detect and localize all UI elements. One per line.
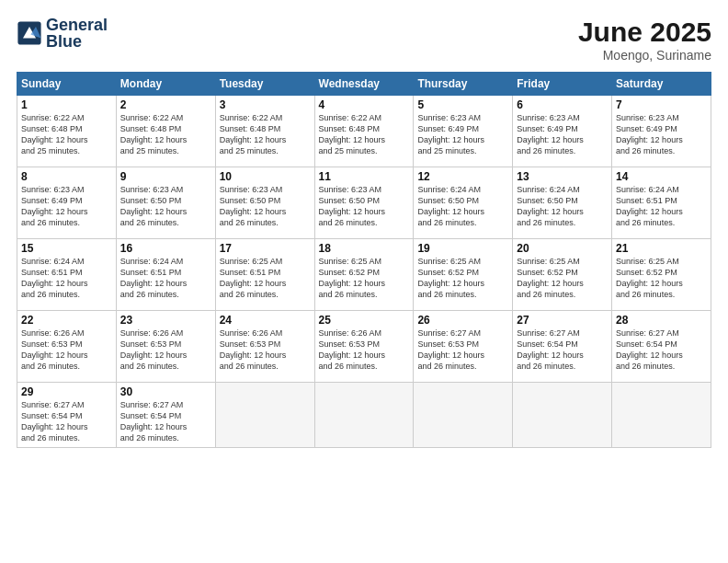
day-number: 27 [517,314,608,327]
day-number: 18 [319,242,410,255]
page: General Blue June 2025 Moengo, Suriname … [0,0,728,563]
day-number: 11 [319,170,410,183]
day-number: 15 [21,242,112,255]
day-number: 20 [517,242,608,255]
day-info: Sunrise: 6:27 AMSunset: 6:54 PMDaylight:… [616,327,707,373]
calendar: SundayMondayTuesdayWednesdayThursdayFrid… [17,72,711,448]
day-number: 22 [21,314,112,327]
logo-icon [17,20,42,46]
day-cell: 8Sunrise: 6:23 AMSunset: 6:49 PMDaylight… [17,167,117,239]
logo-line2: Blue [46,33,108,50]
day-number: 29 [21,385,112,398]
day-cell: 14Sunrise: 6:24 AMSunset: 6:51 PMDayligh… [612,167,711,239]
day-cell: 7Sunrise: 6:23 AMSunset: 6:49 PMDaylight… [612,96,711,167]
day-info: Sunrise: 6:27 AMSunset: 6:54 PMDaylight:… [517,327,608,373]
day-info: Sunrise: 6:27 AMSunset: 6:54 PMDaylight:… [120,399,211,444]
day-cell: 24Sunrise: 6:26 AMSunset: 6:53 PMDayligh… [215,311,314,383]
day-info: Sunrise: 6:24 AMSunset: 6:50 PMDaylight:… [417,184,508,229]
day-number: 4 [319,98,410,111]
day-number: 19 [417,242,508,255]
day-number: 28 [616,314,707,327]
month-title: June 2025 [578,17,711,48]
day-cell: 5Sunrise: 6:23 AMSunset: 6:49 PMDaylight… [414,96,513,167]
location: Moengo, Suriname [578,48,711,63]
day-info: Sunrise: 6:25 AMSunset: 6:52 PMDaylight:… [417,256,508,301]
day-number: 23 [120,314,211,327]
day-cell: 29Sunrise: 6:27 AMSunset: 6:54 PMDayligh… [17,383,117,448]
day-info: Sunrise: 6:27 AMSunset: 6:53 PMDaylight:… [417,327,508,373]
week-row-4: 22Sunrise: 6:26 AMSunset: 6:53 PMDayligh… [17,311,711,383]
day-number: 13 [517,170,608,183]
day-cell: 16Sunrise: 6:24 AMSunset: 6:51 PMDayligh… [116,239,215,311]
day-info: Sunrise: 6:25 AMSunset: 6:52 PMDaylight:… [616,256,707,301]
day-info: Sunrise: 6:22 AMSunset: 6:48 PMDaylight:… [220,112,311,157]
title-block: June 2025 Moengo, Suriname [578,17,711,63]
day-info: Sunrise: 6:25 AMSunset: 6:52 PMDaylight:… [517,256,608,301]
day-cell: 10Sunrise: 6:23 AMSunset: 6:50 PMDayligh… [215,167,314,239]
day-cell: 1Sunrise: 6:22 AMSunset: 6:48 PMDaylight… [17,96,117,167]
day-number: 17 [220,242,311,255]
day-number: 6 [517,98,608,111]
day-cell: 25Sunrise: 6:26 AMSunset: 6:53 PMDayligh… [314,311,414,383]
logo: General Blue [17,17,108,50]
header: General Blue June 2025 Moengo, Suriname [17,17,711,63]
week-row-2: 8Sunrise: 6:23 AMSunset: 6:49 PMDaylight… [17,167,711,239]
day-cell [414,383,513,448]
day-cell: 19Sunrise: 6:25 AMSunset: 6:52 PMDayligh… [414,239,513,311]
col-header-saturday: Saturday [612,73,711,96]
day-info: Sunrise: 6:24 AMSunset: 6:51 PMDaylight:… [616,184,707,229]
day-number: 26 [417,314,508,327]
day-cell: 17Sunrise: 6:25 AMSunset: 6:51 PMDayligh… [215,239,314,311]
day-cell [513,383,612,448]
day-info: Sunrise: 6:23 AMSunset: 6:49 PMDaylight:… [517,112,608,157]
header-row: SundayMondayTuesdayWednesdayThursdayFrid… [17,73,711,96]
col-header-wednesday: Wednesday [314,73,414,96]
day-cell: 23Sunrise: 6:26 AMSunset: 6:53 PMDayligh… [116,311,215,383]
day-number: 3 [220,98,311,111]
day-cell: 9Sunrise: 6:23 AMSunset: 6:50 PMDaylight… [116,167,215,239]
day-info: Sunrise: 6:26 AMSunset: 6:53 PMDaylight:… [319,327,410,373]
day-info: Sunrise: 6:25 AMSunset: 6:52 PMDaylight:… [319,256,410,301]
day-cell: 26Sunrise: 6:27 AMSunset: 6:53 PMDayligh… [414,311,513,383]
day-info: Sunrise: 6:23 AMSunset: 6:50 PMDaylight:… [319,184,410,229]
day-number: 16 [120,242,211,255]
day-cell: 22Sunrise: 6:26 AMSunset: 6:53 PMDayligh… [17,311,117,383]
day-info: Sunrise: 6:23 AMSunset: 6:49 PMDaylight:… [21,184,112,229]
day-number: 7 [616,98,707,111]
day-number: 10 [220,170,311,183]
week-row-5: 29Sunrise: 6:27 AMSunset: 6:54 PMDayligh… [17,383,711,448]
day-number: 1 [21,98,112,111]
day-cell: 6Sunrise: 6:23 AMSunset: 6:49 PMDaylight… [513,96,612,167]
col-header-thursday: Thursday [414,73,513,96]
day-cell: 3Sunrise: 6:22 AMSunset: 6:48 PMDaylight… [215,96,314,167]
day-cell [215,383,314,448]
day-info: Sunrise: 6:26 AMSunset: 6:53 PMDaylight:… [120,327,211,373]
col-header-monday: Monday [116,73,215,96]
day-info: Sunrise: 6:22 AMSunset: 6:48 PMDaylight:… [319,112,410,157]
day-cell: 12Sunrise: 6:24 AMSunset: 6:50 PMDayligh… [414,167,513,239]
day-info: Sunrise: 6:27 AMSunset: 6:54 PMDaylight:… [21,399,112,444]
day-info: Sunrise: 6:23 AMSunset: 6:49 PMDaylight:… [616,112,707,157]
day-number: 9 [120,170,211,183]
day-info: Sunrise: 6:22 AMSunset: 6:48 PMDaylight:… [120,112,211,157]
day-cell [314,383,414,448]
day-number: 5 [417,98,508,111]
day-number: 14 [616,170,707,183]
day-cell: 4Sunrise: 6:22 AMSunset: 6:48 PMDaylight… [314,96,414,167]
day-number: 30 [120,385,211,398]
week-row-3: 15Sunrise: 6:24 AMSunset: 6:51 PMDayligh… [17,239,711,311]
day-info: Sunrise: 6:25 AMSunset: 6:51 PMDaylight:… [220,256,311,301]
day-info: Sunrise: 6:22 AMSunset: 6:48 PMDaylight:… [21,112,112,157]
day-number: 8 [21,170,112,183]
day-cell: 20Sunrise: 6:25 AMSunset: 6:52 PMDayligh… [513,239,612,311]
day-info: Sunrise: 6:26 AMSunset: 6:53 PMDaylight:… [21,327,112,373]
day-info: Sunrise: 6:23 AMSunset: 6:50 PMDaylight:… [120,184,211,229]
day-info: Sunrise: 6:24 AMSunset: 6:50 PMDaylight:… [517,184,608,229]
day-number: 24 [220,314,311,327]
day-cell: 2Sunrise: 6:22 AMSunset: 6:48 PMDaylight… [116,96,215,167]
col-header-tuesday: Tuesday [215,73,314,96]
day-info: Sunrise: 6:24 AMSunset: 6:51 PMDaylight:… [21,256,112,301]
week-row-1: 1Sunrise: 6:22 AMSunset: 6:48 PMDaylight… [17,96,711,167]
day-cell: 28Sunrise: 6:27 AMSunset: 6:54 PMDayligh… [612,311,711,383]
day-info: Sunrise: 6:26 AMSunset: 6:53 PMDaylight:… [220,327,311,373]
